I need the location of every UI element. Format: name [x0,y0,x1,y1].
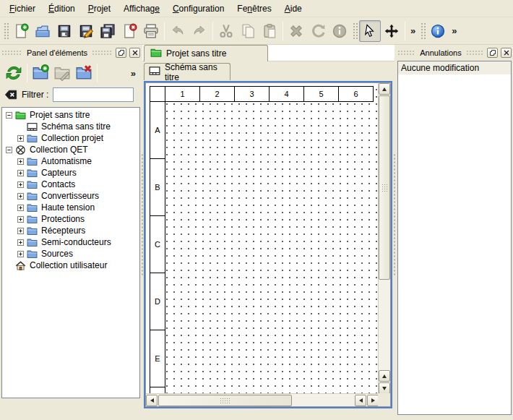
tree-item-label: Haute tension [41,202,95,213]
clear-filter-button[interactable] [4,88,17,101]
save-button[interactable] [53,20,75,42]
info-blue-button[interactable] [427,20,449,42]
undo-panel-dock: Annulations Aucune modification [396,45,513,420]
mdi-workspace: Projet sans titre Schéma sans titre 1234… [142,45,395,420]
menu-item-aide[interactable]: Aide [278,1,309,16]
tools-overflow-chevron-icon[interactable]: » [408,25,418,36]
toolbar-grip[interactable] [3,22,9,40]
folder-edit-button[interactable] [51,62,73,84]
paste-button[interactable] [259,20,280,42]
save-as-button[interactable] [75,20,97,42]
tree-item-collection-qet[interactable]: Collection QET [2,144,139,155]
close-file-button[interactable] [118,20,140,42]
undo-history-list[interactable]: Aucune modification [397,61,512,415]
folder-blue-icon [27,133,38,144]
cursor-select-icon [363,24,377,38]
open-document-button[interactable] [32,20,53,42]
filter-input[interactable] [53,87,134,102]
diagram-canvas[interactable]: 123456ABCDE [145,82,391,407]
folder-new-button[interactable] [30,62,51,84]
undo-button[interactable] [167,20,189,42]
rotate-button[interactable] [307,20,329,42]
save-all-button[interactable] [97,20,118,42]
toolbar-separator [283,22,283,40]
cut-button[interactable] [215,20,237,42]
toolbar-grip[interactable] [420,22,426,40]
v-scroll-up2-button[interactable] [379,370,390,382]
close-dock-button[interactable] [501,48,512,58]
tree-item-recepteurs[interactable]: Récepteurs [2,225,139,236]
v-scroll-up-button[interactable] [379,83,390,95]
tree-expander-plus-icon[interactable] [17,204,25,212]
tree-item-contacts[interactable]: Contacts [2,179,139,190]
reload-button[interactable] [3,62,25,84]
new-document-button[interactable] [10,20,32,42]
menu-bar: FichierÉditionProjetAffichageConfigurati… [0,0,513,17]
close-dock-button[interactable] [129,48,140,58]
project-folder-icon [150,47,162,61]
redo-button[interactable] [189,20,210,42]
tree-item-capteurs[interactable]: Capteurs [2,167,139,179]
horizontal-scrollbar[interactable] [146,393,379,406]
tree-item-collection-projet[interactable]: Collection projet [2,132,139,144]
float-dock-button[interactable] [487,48,498,58]
copy-icon [240,23,256,39]
save-all-icon [100,23,116,39]
tree-expander-plus-icon[interactable] [17,181,25,189]
tree-expander-plus-icon[interactable] [17,215,25,223]
tree-expander-minus-icon[interactable] [5,146,13,154]
move-icon [384,24,399,38]
h-scroll-right-button[interactable] [367,395,379,406]
cursor-select-button[interactable] [359,20,381,42]
panel-overflow-chevron-icon[interactable]: » [128,68,139,79]
tree-expander-plus-icon[interactable] [17,158,25,166]
delete-button[interactable] [285,20,307,42]
copy-button[interactable] [237,20,259,42]
h-scroll-thumb[interactable] [158,395,292,406]
tree-item-convertisseurs[interactable]: Convertisseurs [2,190,139,202]
tree-item-schema-sans-titre[interactable]: Schéma sans titre [2,121,139,132]
menu-item-edition[interactable]: Édition [42,1,82,16]
tree-item-collection-utilisateur[interactable]: Collection utilisateur [2,260,139,271]
tree-item-semi-conducteurs[interactable]: Semi-conducteurs [2,236,139,248]
h-scroll-left-button[interactable] [146,395,158,406]
new-document-icon [13,23,29,39]
v-scroll-down-button[interactable] [379,382,390,394]
tree-item-haute-tension[interactable]: Haute tension [2,202,139,213]
tab-schema-sans-titre[interactable]: Schéma sans titre [144,63,230,80]
toolbar-separator [164,22,165,40]
info-overflow-chevron-icon[interactable]: » [449,25,460,36]
h-scroll-left2-button[interactable] [355,395,366,406]
column-header-4: 4 [269,86,304,102]
folder-delete-button[interactable] [73,62,95,84]
float-dock-button[interactable] [116,48,126,58]
move-button[interactable] [381,20,402,42]
tree-item-sources[interactable]: Sources [2,248,139,260]
v-scroll-thumb[interactable] [379,95,390,280]
tree-expander-plus-icon[interactable] [17,192,25,200]
menu-item-fenetres[interactable]: Fenêtres [230,1,277,16]
menu-item-projet[interactable]: Projet [82,1,117,16]
toolbar-grip[interactable] [352,22,358,40]
menu-item-configuration[interactable]: Configuration [166,1,230,16]
folder-blue-icon [27,249,38,260]
tree-expander-plus-icon[interactable] [17,134,25,142]
diagram-paper[interactable]: 123456ABCDE [146,83,379,394]
tree-expander-plus-icon[interactable] [17,227,25,235]
menu-item-fichier[interactable]: Fichier [3,1,42,16]
tree-expander-plus-icon[interactable] [17,239,25,247]
tree-expander-minus-icon[interactable] [5,111,13,119]
undo-panel-titlebar[interactable]: Annulations [397,46,512,59]
vertical-scrollbar[interactable] [378,83,390,395]
tree-item-projet-sans-titre[interactable]: Projet sans titre [2,109,139,121]
tree-item-automatisme[interactable]: Automatisme [2,155,139,167]
elements-panel-titlebar[interactable]: Panel d'éléments [1,46,140,59]
tree-expander-plus-icon[interactable] [17,169,25,177]
undo-list-item[interactable]: Aucune modification [398,61,511,74]
tree-item-protections[interactable]: Protections [2,213,139,225]
tab-projet-sans-titre[interactable]: Projet sans titre [144,45,268,61]
tree-expander-plus-icon[interactable] [17,250,25,258]
print-button[interactable] [140,20,162,42]
info-gray-button[interactable] [329,20,350,42]
menu-item-affichage[interactable]: Affichage [117,1,166,16]
